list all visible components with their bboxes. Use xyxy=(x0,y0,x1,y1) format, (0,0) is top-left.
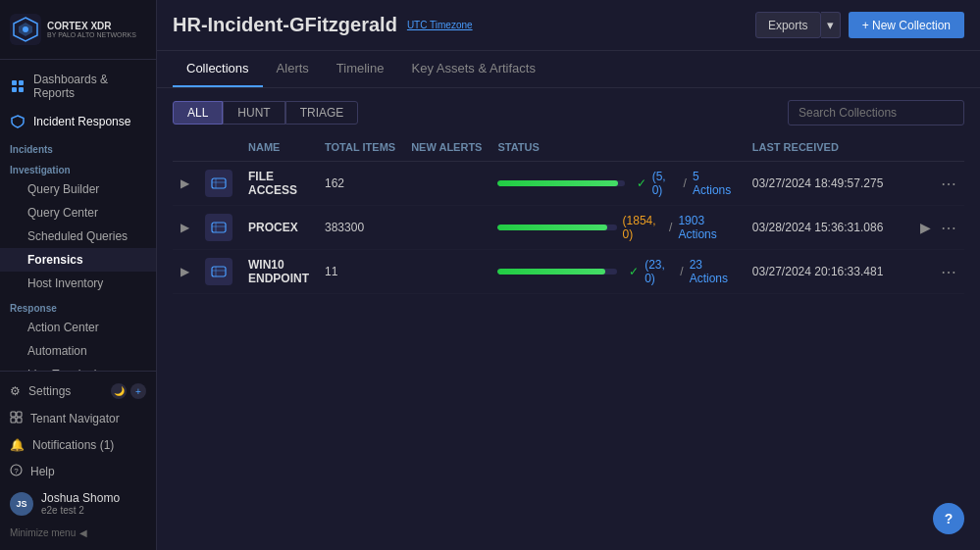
minimize-menu[interactable]: Minimize menu ◀ xyxy=(0,522,156,544)
search-input[interactable] xyxy=(788,100,964,125)
alert-count-file-access: (5, 0) xyxy=(652,170,678,197)
progress-bar-file-access xyxy=(497,180,624,186)
total-items-procex: 383300 xyxy=(317,206,403,250)
table-row: ▶ PROCEX 383300 (1854, 0) / 1903 Act xyxy=(173,206,964,250)
sidebar-item-tenant-navigator[interactable]: Tenant Navigator xyxy=(0,405,156,432)
sidebar-bottom: ⚙ Settings 🌙 + Tenant Navigator 🔔 Notifi… xyxy=(0,371,156,550)
collection-name-file-access[interactable]: FILE ACCESS xyxy=(248,170,297,197)
table-row: ▶ WIN10 ENDPOINT 11 ✓ (23, 0) / 23 Ac xyxy=(173,250,964,294)
svg-rect-6 xyxy=(12,87,17,92)
section-response: Response xyxy=(0,295,156,316)
svg-point-3 xyxy=(23,26,28,32)
row-actions-file-access: ⋯ xyxy=(903,175,956,193)
total-items-win10-endpoint: 11 xyxy=(317,250,403,294)
progress-bar-win10-endpoint xyxy=(497,269,617,275)
svg-rect-22 xyxy=(212,223,226,232)
svg-rect-25 xyxy=(212,267,226,276)
section-investigation: Investigation xyxy=(0,157,156,177)
svg-rect-4 xyxy=(12,80,17,85)
sidebar-item-dashboards[interactable]: Dashboards & Reports xyxy=(0,66,156,107)
help-button[interactable]: ? xyxy=(933,503,964,534)
sidebar-item-help[interactable]: ? Help xyxy=(0,458,156,485)
settings-label: Settings xyxy=(28,384,71,398)
expand-icon[interactable]: ▶ xyxy=(181,221,189,234)
exports-button-group: Exports ▾ xyxy=(755,12,841,38)
total-items-file-access: 162 xyxy=(317,162,403,206)
actions-link-procex[interactable]: 1903 Actions xyxy=(678,214,736,241)
new-collection-button[interactable]: + New Collection xyxy=(849,12,964,38)
new-alerts-win10-endpoint xyxy=(403,250,490,294)
settings-add[interactable]: + xyxy=(130,383,146,399)
col-icon xyxy=(197,133,240,162)
user-sub: e2e test 2 xyxy=(41,505,120,516)
filter-bar: ALL HUNT TRIAGE xyxy=(157,88,980,133)
sidebar-item-incident-response[interactable]: Incident Response xyxy=(0,107,156,136)
sidebar: CORTEX XDR BY PALO ALTO NETWORKS Dashboa… xyxy=(0,0,157,550)
filter-triage[interactable]: TRIAGE xyxy=(285,101,359,125)
collection-icon-procex xyxy=(205,214,232,241)
alert-count-win10-endpoint: (23, 0) xyxy=(645,258,674,285)
sidebar-item-action-center[interactable]: Action Center xyxy=(0,316,156,339)
actions-link-win10-endpoint[interactable]: 23 Actions xyxy=(690,258,737,285)
tab-key-assets[interactable]: Key Assets & Artifacts xyxy=(397,51,548,87)
more-options-icon[interactable]: ⋯ xyxy=(941,219,956,237)
collection-icon-win10-endpoint xyxy=(205,258,232,285)
theme-toggle[interactable]: 🌙 xyxy=(111,383,127,399)
help-label: Help xyxy=(30,465,55,478)
settings-icon: ⚙ xyxy=(10,384,21,398)
tab-timeline[interactable]: Timeline xyxy=(323,51,398,87)
sidebar-item-automation[interactable]: Automation xyxy=(0,339,156,363)
avatar: JS xyxy=(10,492,33,516)
expand-icon[interactable]: ▶ xyxy=(181,176,189,190)
header-actions: Exports ▾ + New Collection xyxy=(755,12,964,38)
play-icon[interactable]: ▶ xyxy=(920,220,931,235)
sidebar-item-query-builder[interactable]: Query Builder xyxy=(0,177,156,201)
sidebar-nav: Dashboards & Reports Incident Response I… xyxy=(0,60,156,371)
sidebar-item-query-center[interactable]: Query Center xyxy=(0,201,156,225)
sidebar-item-notifications[interactable]: 🔔 Notifications (1) xyxy=(0,432,156,458)
sidebar-item-host-inventory[interactable]: Host Inventory xyxy=(0,272,156,295)
sidebar-item-scheduled-queries[interactable]: Scheduled Queries xyxy=(0,225,156,248)
col-name: NAME xyxy=(240,133,317,162)
user-profile[interactable]: JS Joshua Shomo e2e test 2 xyxy=(0,485,156,522)
sidebar-item-live-terminal[interactable]: Live Terminal xyxy=(0,363,156,371)
last-received-procex: 03/28/2024 15:36:31.086 xyxy=(745,206,896,250)
sidebar-item-forensics[interactable]: Forensics xyxy=(0,248,156,272)
actions-link-file-access[interactable]: 5 Actions xyxy=(693,170,737,197)
status-check-icon: ✓ xyxy=(629,265,639,278)
col-status: STATUS xyxy=(490,133,744,162)
col-actions xyxy=(895,133,964,162)
collections-table: NAME TOTAL ITEMS NEW ALERTS STATUS LAST … xyxy=(173,133,964,294)
tab-collections[interactable]: Collections xyxy=(173,51,263,87)
svg-rect-13 xyxy=(11,412,16,417)
progress-bar-procex xyxy=(497,225,616,230)
more-options-icon[interactable]: ⋯ xyxy=(941,263,956,281)
expand-icon[interactable]: ▶ xyxy=(181,265,189,278)
col-total-items: TOTAL ITEMS xyxy=(317,133,403,162)
sidebar-label-incident-response: Incident Response xyxy=(33,115,130,128)
tab-alerts[interactable]: Alerts xyxy=(263,51,323,87)
timezone-badge[interactable]: UTC Timezone xyxy=(407,20,473,30)
collection-name-win10-endpoint[interactable]: WIN10 ENDPOINT xyxy=(248,258,309,285)
minimize-label: Minimize menu xyxy=(10,527,76,538)
more-options-icon[interactable]: ⋯ xyxy=(941,175,956,193)
tenant-icon xyxy=(10,411,23,426)
last-received-file-access: 03/27/2024 18:49:57.275 xyxy=(745,162,896,206)
svg-rect-14 xyxy=(17,412,22,417)
sidebar-item-settings[interactable]: ⚙ Settings 🌙 + xyxy=(0,377,156,405)
sidebar-label-dashboards: Dashboards & Reports xyxy=(33,73,146,100)
filter-hunt[interactable]: HUNT xyxy=(223,101,284,125)
exports-button[interactable]: Exports xyxy=(755,12,821,38)
row-actions-win10-endpoint: ⋯ xyxy=(903,263,956,281)
help-circle-icon: ? xyxy=(10,464,23,479)
svg-rect-16 xyxy=(17,418,22,423)
exports-dropdown-button[interactable]: ▾ xyxy=(821,12,841,38)
svg-rect-7 xyxy=(19,87,24,92)
user-name: Joshua Shomo xyxy=(41,491,120,505)
page-header: HR-Incident-GFitzgerald UTC Timezone Exp… xyxy=(157,0,980,51)
filter-all[interactable]: ALL xyxy=(173,101,223,125)
svg-text:?: ? xyxy=(14,467,19,475)
section-incidents: Incidents xyxy=(0,136,156,157)
status-check-icon: ✓ xyxy=(637,176,646,190)
collection-name-procex[interactable]: PROCEX xyxy=(248,221,298,234)
